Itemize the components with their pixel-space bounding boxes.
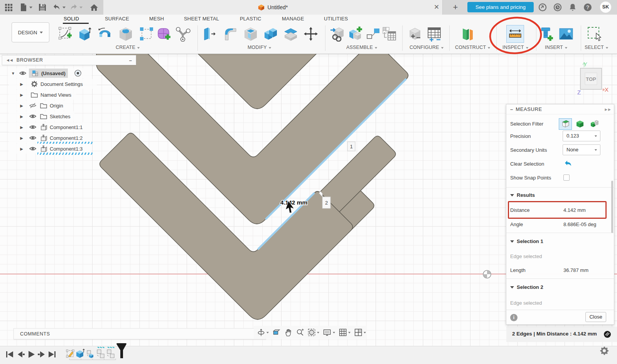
redo-menu-caret[interactable]	[79, 7, 83, 8]
close-button[interactable]: Close	[585, 312, 606, 322]
precision-dropdown[interactable]: 0.123	[563, 131, 600, 141]
row-label[interactable]: Sketches	[50, 114, 70, 119]
document-tab[interactable]: Untitled*	[103, 0, 443, 15]
visibility-eye-icon[interactable]	[19, 69, 27, 77]
revolve-button[interactable]	[97, 26, 113, 42]
undo-menu-caret[interactable]	[62, 7, 66, 8]
new-component-button[interactable]	[348, 26, 364, 42]
file-new-icon[interactable]	[19, 3, 28, 12]
move-copy-button[interactable]	[303, 26, 319, 42]
pipe-button[interactable]	[175, 26, 190, 42]
app-grid-icon[interactable]	[4, 3, 13, 12]
sketch-feature-icon[interactable]	[66, 350, 74, 357]
press-pull-button[interactable]	[202, 26, 217, 42]
tab-mesh[interactable]: MESH	[149, 16, 164, 23]
skip-end-icon[interactable]	[49, 351, 56, 357]
orbit-menu-caret[interactable]	[266, 332, 269, 333]
create-form-button[interactable]	[157, 26, 172, 42]
selection2-section-header[interactable]: Selection 2	[510, 284, 543, 290]
offset-face-button[interactable]	[283, 26, 298, 42]
activate-radio-icon[interactable]	[74, 69, 82, 77]
timeline-playhead[interactable]	[115, 343, 128, 362]
preferences-gear-icon[interactable]	[599, 345, 610, 356]
construct-plane-button[interactable]	[460, 26, 475, 42]
grid-settings-caret[interactable]	[348, 332, 351, 333]
browser-row-component1[interactable]: ▶ Component1:1	[2, 122, 136, 133]
file-menu-caret[interactable]	[29, 7, 32, 8]
row-label[interactable]: Origin	[50, 103, 63, 109]
expand-icon[interactable]: ►►	[604, 107, 611, 112]
collapse-icon[interactable]: –	[510, 106, 513, 112]
row-label[interactable]: Component1:2	[50, 135, 83, 141]
group-modify[interactable]: MODIFY	[248, 45, 271, 50]
measure-scrollbar[interactable]	[611, 181, 613, 233]
display-settings-icon[interactable]	[323, 327, 331, 337]
help-icon[interactable]: ?	[583, 3, 592, 12]
joint-button[interactable]	[366, 26, 381, 42]
visibility-off-eye-icon[interactable]	[29, 102, 37, 109]
expand-caret[interactable]: ▶	[20, 104, 24, 108]
expand-caret[interactable]: ▶	[20, 125, 24, 129]
tab-manage[interactable]: MANAGE	[282, 16, 304, 23]
insert-mcmaster-button[interactable]	[539, 26, 555, 42]
skip-start-icon[interactable]	[6, 351, 13, 357]
selection1-section-header[interactable]: Selection 1	[510, 238, 543, 244]
visibility-eye-icon[interactable]	[29, 145, 37, 153]
root-label[interactable]: (Unsaved)	[41, 70, 66, 76]
pan-icon[interactable]	[284, 327, 293, 337]
visibility-eye-icon[interactable]	[29, 134, 37, 142]
measure-header[interactable]: – MEASURE ►►	[506, 104, 614, 114]
look-at-icon[interactable]	[272, 327, 281, 337]
tab-solid[interactable]: SOLID	[64, 16, 79, 23]
visibility-eye-icon[interactable]	[29, 112, 37, 120]
expand-caret[interactable]: ▶	[20, 136, 24, 140]
group-construct[interactable]: CONSTRUCT	[455, 45, 491, 50]
filter-face-button[interactable]	[559, 118, 572, 130]
row-label[interactable]: Document Settings	[40, 81, 83, 87]
viewcube[interactable]: Y TOP Z X	[575, 58, 614, 96]
extrude-button[interactable]	[76, 26, 92, 42]
undo-icon[interactable]	[52, 3, 61, 12]
secondary-units-dropdown[interactable]: None	[563, 144, 600, 155]
notifications-bell-icon[interactable]	[568, 3, 577, 12]
step-back-icon[interactable]	[18, 351, 25, 357]
expand-caret[interactable]: ▶	[20, 147, 24, 151]
pattern-button[interactable]	[139, 26, 154, 42]
viewports-icon[interactable]	[354, 327, 362, 337]
avatar[interactable]: SK	[600, 2, 611, 13]
browser-collapse-icon[interactable]: ◄◄	[6, 58, 13, 62]
browser-row-named-views[interactable]: ▶ Named Views	[2, 89, 136, 100]
tab-close-icon[interactable]: ✕	[433, 3, 440, 11]
browser-row-sketches[interactable]: ▶ Sketches	[2, 111, 136, 122]
job-status-icon[interactable]	[553, 3, 562, 12]
row-label[interactable]: Component1:3	[50, 146, 83, 152]
viewports-caret[interactable]	[364, 332, 366, 333]
browser-row-component2[interactable]: ▶ Component1:2	[2, 133, 136, 143]
tab-plastic[interactable]: PLASTIC	[240, 16, 261, 23]
group-select[interactable]: SELECT	[585, 45, 609, 50]
measure-button[interactable]	[506, 25, 524, 43]
hole-button[interactable]	[118, 26, 133, 42]
filter-component-button[interactable]	[588, 118, 601, 130]
extensions-icon[interactable]	[538, 3, 547, 12]
grid-settings-icon[interactable]	[339, 327, 347, 337]
group-configure[interactable]: CONFIGURE	[410, 45, 444, 50]
extrude-feature-icon[interactable]	[76, 349, 84, 358]
browser-row-component3[interactable]: ▶ Component1:3	[2, 143, 136, 154]
play-icon[interactable]	[29, 351, 35, 358]
display-settings-caret[interactable]	[333, 332, 335, 333]
joint-origin-button[interactable]	[382, 26, 397, 42]
component-feature-icon[interactable]	[87, 351, 93, 358]
results-section-header[interactable]: Results	[510, 192, 535, 198]
visibility-eye-icon[interactable]	[29, 123, 37, 131]
component-feature-icon[interactable]	[107, 347, 115, 358]
browser-row-root[interactable]: ▼ (Unsaved)	[2, 68, 136, 79]
browser-row-document-settings[interactable]: ▶ Document Settings	[2, 79, 136, 89]
see-plans-button[interactable]: See plans and pricing	[467, 2, 534, 12]
component-feature-icon[interactable]	[97, 347, 105, 358]
expand-caret[interactable]: ▶	[20, 114, 24, 119]
fillet-button[interactable]	[223, 26, 238, 42]
workspace-switcher[interactable]: DESIGN	[12, 22, 49, 42]
expand-caret[interactable]: ▶	[20, 93, 24, 97]
browser-minimize-icon[interactable]: –	[129, 57, 132, 63]
